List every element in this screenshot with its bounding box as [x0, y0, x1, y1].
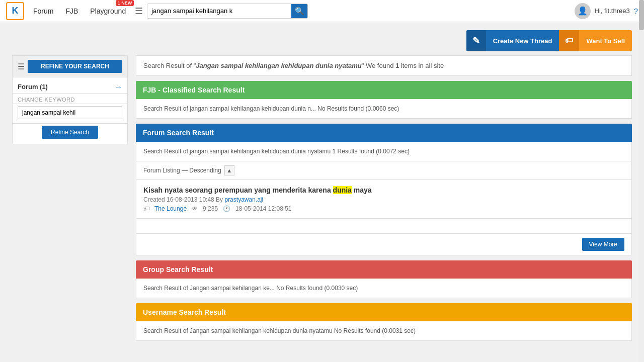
sell-icon: 🏷 — [559, 30, 579, 51]
highlight-word: dunia — [333, 186, 352, 194]
sidebar-arrow-icon[interactable]: → — [115, 82, 122, 91]
sidebar-forum-row: Forum (1) → — [12, 77, 128, 94]
result-count: 1 — [395, 62, 399, 69]
forum-result-title: Kisah nyata seorang perempuan yang mende… — [143, 186, 624, 194]
forum-section: Forum Search Result Search Result of jan… — [136, 124, 632, 255]
spacer — [136, 219, 632, 234]
clock-icon: 🕐 — [223, 205, 230, 212]
forum-listing-bar: Forum Listing — Descending ▲ — [136, 161, 632, 180]
hamburger-icon[interactable]: ☰ — [135, 6, 143, 17]
fjb-section: FJB - Classified Search Result Search Re… — [136, 81, 632, 119]
sidebar-keyword-input[interactable] — [18, 106, 122, 119]
nav-links: Forum FJB Playground 1 NEW — [32, 5, 127, 17]
fjb-section-body: Search Result of jangan sampai kehilanga… — [136, 99, 632, 119]
sidebar-refine-wrap: Refine Search — [12, 124, 128, 144]
views-icon: 👁 — [192, 205, 198, 212]
sidebar-forum-label: Forum (1) — [18, 83, 48, 90]
refine-your-search-button[interactable]: REFINE YOUR SEARCH — [28, 60, 122, 73]
nav-fjb[interactable]: FJB — [64, 5, 79, 17]
nav-playground[interactable]: Playground 1 NEW — [89, 5, 127, 17]
navbar-right: 👤 Hi, fit.three3 ? — [575, 3, 638, 19]
results-area: Search Result of "Jangan sampai kehilang… — [136, 55, 632, 346]
username-section-header: Username Search Result — [136, 303, 632, 321]
help-icon[interactable]: ? — [634, 7, 638, 15]
search-bar: 🔍 — [147, 4, 308, 19]
sidebar-hamburger-icon: ☰ — [18, 62, 25, 71]
results-header: Search Result of "Jangan sampai kehilang… — [136, 55, 632, 76]
group-section: Group Search Result Search Result of Jan… — [136, 260, 632, 298]
create-thread-button[interactable]: ✎ Create New Thread — [466, 30, 559, 51]
group-section-body: Search Result of Jangan sampai kehilanga… — [136, 279, 632, 298]
views-count: 9,235 — [203, 205, 218, 212]
forum-result-tags: 🏷 The Lounge 👁 9,235 🕐 18-05-2014 12:08:… — [143, 205, 624, 212]
sidebar: ☰ REFINE YOUR SEARCH Forum (1) → CHANGE … — [12, 55, 128, 346]
sell-label: Want To Sell — [579, 32, 632, 50]
navbar: K Forum FJB Playground 1 NEW ☰ 🔍 👤 Hi, f… — [0, 0, 644, 22]
scrollbar-track — [639, 0, 644, 362]
forum-listing-label: Forum Listing — Descending — [143, 167, 221, 174]
sidebar-input-wrap — [12, 104, 128, 124]
fjb-section-header: FJB - Classified Search Result — [136, 81, 632, 99]
create-label: Create New Thread — [486, 32, 559, 50]
search-keyword: Jangan sampai kehilangan kehidupan dunia… — [196, 62, 361, 69]
search-button[interactable]: 🔍 — [291, 4, 307, 18]
sort-button[interactable]: ▲ — [224, 165, 234, 175]
sidebar-top: ☰ REFINE YOUR SEARCH — [12, 55, 128, 77]
logo[interactable]: K — [6, 2, 24, 20]
main-content: ☰ REFINE YOUR SEARCH Forum (1) → CHANGE … — [0, 55, 644, 358]
last-post-date: 18-05-2014 12:08:51 — [235, 205, 291, 212]
author-link[interactable]: prastyawan.aji — [224, 196, 263, 203]
avatar: 👤 — [575, 3, 591, 19]
forum-section-header: Forum Search Result — [136, 124, 632, 142]
create-icon: ✎ — [466, 30, 486, 51]
refine-search-button[interactable]: Refine Search — [42, 126, 98, 139]
username-section: Username Search Result Search Result of … — [136, 303, 632, 341]
sidebar-change-keyword-label: CHANGE KEYWORD — [12, 94, 128, 104]
forum-result-item: Kisah nyata seorang perempuan yang mende… — [136, 180, 632, 219]
view-more-bar: View More — [136, 234, 632, 255]
scrollbar-thumb[interactable] — [639, 0, 644, 30]
want-to-sell-button[interactable]: 🏷 Want To Sell — [559, 30, 632, 51]
forum-result-meta: Created 16-08-2013 10:48 By prastyawan.a… — [143, 196, 624, 203]
username-label: Hi, fit.three3 — [595, 7, 630, 15]
forum-section-body: Search Result of jangan sampai kehilanga… — [136, 142, 632, 161]
tag-link[interactable]: The Lounge — [154, 205, 187, 212]
username-section-body: Search Result of Jangan sampai kehilanga… — [136, 321, 632, 341]
nav-forum[interactable]: Forum — [32, 5, 54, 17]
new-badge: 1 NEW — [116, 0, 134, 6]
tag-icon: 🏷 — [143, 205, 149, 212]
group-section-header: Group Search Result — [136, 260, 632, 279]
search-input[interactable] — [147, 4, 291, 18]
view-more-button[interactable]: View More — [582, 238, 624, 251]
action-bar: ✎ Create New Thread 🏷 Want To Sell — [0, 22, 644, 55]
